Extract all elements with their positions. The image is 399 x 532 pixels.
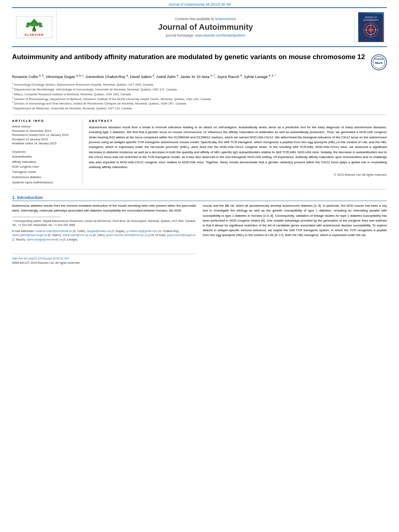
- keywords-section: Keywords: Autoantibodies Affinity matura…: [12, 150, 77, 185]
- email-footnote: E-mail addresses: roxanne.collin@umontre…: [12, 229, 196, 242]
- online-date: Available online 24 January 2015: [12, 142, 77, 146]
- journal-cover-area: JOURNAL OF AUTOIMMUNITY: [355, 10, 387, 44]
- svg-text:AUTOIMMUNITY: AUTOIMMUNITY: [363, 19, 379, 21]
- intro-columns: Autoimmune diabetes results from the imm…: [12, 203, 387, 265]
- introduction-section: 1. Introduction Autoimmune diabetes resu…: [12, 195, 387, 265]
- issn-text: 0896-8411/© 2015 Elsevier Ltd. All right…: [12, 261, 196, 265]
- journal-cover-image: JOURNAL OF AUTOIMMUNITY: [358, 12, 384, 42]
- received-date: Received 21 November 2014: [12, 129, 77, 134]
- sciencedirect-line: Contents lists available at ScienceDirec…: [175, 17, 236, 21]
- keyword-6: Systemic lupus erythematosus: [12, 180, 77, 185]
- email-link-chabot[interactable]: g.chabot.roy@gmail.com: [126, 230, 158, 232]
- svg-point-4: [27, 23, 31, 25]
- svg-text:Cross: Cross: [374, 57, 384, 61]
- svg-point-7: [39, 25, 43, 27]
- authors-line: Roxanne Collin a, b, Véronique Dugas a, …: [12, 74, 387, 80]
- keyword-2: Affinity maturation: [12, 160, 77, 165]
- svg-text:JOURNAL OF: JOURNAL OF: [365, 16, 377, 18]
- abstract-text: Autoimmune diseases result from a break …: [89, 125, 387, 170]
- keyword-3: NOD congenic mice: [12, 164, 77, 170]
- article-title: Autoimmunity and antibody affinity matur…: [12, 53, 367, 62]
- abstract-heading: ABSTRACT: [89, 119, 387, 123]
- journal-header: ELSEVIER Contents lists available at Sci…: [12, 7, 387, 47]
- keyword-4: Transgenic model: [12, 170, 77, 175]
- article-history-label: Article history:: [12, 125, 77, 128]
- keywords-label: Keywords:: [12, 150, 77, 154]
- email-link-collin[interactable]: roxanne.collin@umontreal.ca: [35, 230, 72, 232]
- article-title-section: Autoimmunity and antibody affinity matur…: [12, 53, 387, 115]
- svg-point-6: [26, 25, 29, 27]
- publisher-logo-area: ELSEVIER: [12, 10, 56, 44]
- affiliation-c: c Mitacs, Computer Research Institute of…: [12, 92, 387, 97]
- affiliation-a: a Immunology-Oncology Section, Maisonneu…: [12, 82, 387, 87]
- corresponding-footnote: * Corresponding author. Hôpital Maisonne…: [12, 219, 196, 228]
- doi-anchor[interactable]: http://dx.doi.org/10.1016/j.jaut.2015.01…: [12, 257, 70, 260]
- homepage-line: journal homepage: www.elsevier.com/locat…: [166, 33, 245, 37]
- intro-heading: 1. Introduction: [12, 195, 387, 201]
- email-link-salem[interactable]: david.salem@mail.mcgill.ca: [12, 234, 47, 236]
- cover-illustration-icon: JOURNAL OF AUTOIMMUNITY: [359, 14, 383, 42]
- revised-date: Received in revised form 12 January 2015: [12, 133, 77, 138]
- affiliation-e: e Division of Immunology and Viral Infec…: [12, 101, 387, 106]
- svg-text:Mark: Mark: [375, 61, 383, 65]
- copyright-line: © 2015 Elsevier Ltd. All rights reserved…: [89, 173, 387, 177]
- affiliation-d: d Division of Rheumatology, Department o…: [12, 97, 387, 101]
- journal-title: Journal of Autoimmunity: [158, 23, 253, 32]
- email-link-dugas[interactable]: vdugas@mitacs.ca: [87, 230, 111, 232]
- svg-rect-1: [33, 26, 35, 29]
- footnote-divider: [12, 217, 60, 217]
- intro-left-column: Autoimmune diabetes results from the imm…: [12, 203, 196, 265]
- keyword-1: Autoantibodies: [12, 154, 77, 160]
- homepage-link[interactable]: www.elsevier.com/locate/jautimm: [195, 33, 245, 37]
- crossmark-icon[interactable]: Cross Mark: [371, 54, 387, 70]
- sciencedirect-link[interactable]: ScienceDirect: [215, 17, 236, 21]
- affiliations: a Immunology-Oncology Section, Maisonneu…: [12, 82, 387, 111]
- keyword-5: Autoimmune diabetes: [12, 175, 77, 180]
- intro-left-text: Autoimmune diabetes results from the imm…: [12, 203, 196, 213]
- article-info-abstract-section: ARTICLE INFO Article history: Received 2…: [12, 119, 387, 190]
- intro-right-text: mouse and the BB rat, which all spontane…: [203, 203, 387, 238]
- svg-point-5: [37, 23, 42, 25]
- elsevier-text: ELSEVIER: [25, 33, 44, 37]
- article-info-column: ARTICLE INFO Article history: Received 2…: [12, 119, 82, 185]
- abstract-column: ABSTRACT Autoimmune diseases result from…: [89, 119, 387, 185]
- email-link-lesage[interactable]: sylvie.lesage@umontreal.ca: [27, 238, 62, 241]
- affiliation-b: b Département de Microbiologie, Infectio…: [12, 87, 387, 92]
- email-link-rauch[interactable]: joyce.rauch@mcgill.ca: [167, 234, 195, 236]
- journal-title-area: Contents lists available at ScienceDirec…: [56, 10, 355, 44]
- journal-reference: Journal of Autoimmunity 58 (2015) 90–99: [0, 0, 399, 7]
- email-link-zahn[interactable]: astrid.zahn@ircm.qc.ca: [63, 234, 92, 236]
- elsevier-logo: ELSEVIER: [16, 16, 52, 38]
- doi-section: http://dx.doi.org/10.1016/j.jaut.2015.01…: [12, 254, 196, 265]
- email-link-dinoia[interactable]: javier.marcelo.dinoia@ircm.qc.ca: [106, 234, 148, 236]
- intro-right-column: mouse and the BB rat, which all spontane…: [203, 203, 387, 265]
- affiliation-f: f Département de Médecine, Université de…: [12, 106, 387, 111]
- article-info-heading: ARTICLE INFO: [12, 119, 77, 123]
- page: Journal of Autoimmunity 58 (2015) 90–99: [0, 0, 399, 265]
- doi-link: http://dx.doi.org/10.1016/j.jaut.2015.01…: [12, 257, 196, 260]
- accepted-date: Accepted 13 January 2015: [12, 138, 77, 142]
- elsevier-tree-icon: [24, 18, 44, 32]
